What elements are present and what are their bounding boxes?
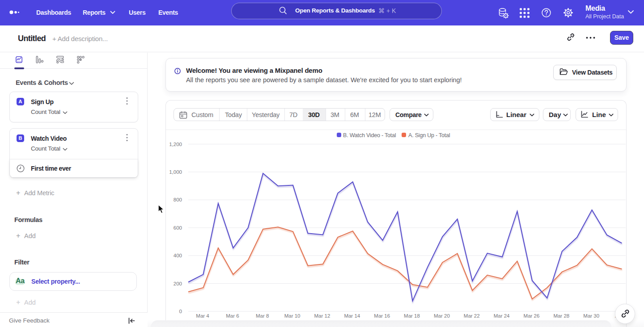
- svg-text:Mar 20: Mar 20: [434, 313, 450, 319]
- svg-text:Mar 18: Mar 18: [404, 313, 420, 319]
- svg-text:Mar 30: Mar 30: [583, 313, 599, 319]
- svg-text:Mar 26: Mar 26: [524, 313, 540, 319]
- svg-text:Mar 24: Mar 24: [494, 313, 510, 319]
- svg-text:1,200: 1,200: [169, 142, 182, 147]
- svg-text:0: 0: [179, 309, 182, 314]
- svg-text:Mar 6: Mar 6: [226, 313, 239, 319]
- svg-text:Mar 10: Mar 10: [284, 313, 301, 319]
- svg-text:400: 400: [174, 253, 182, 258]
- svg-text:Mar 4: Mar 4: [196, 313, 209, 319]
- svg-text:200: 200: [174, 281, 182, 286]
- svg-text:1,000: 1,000: [169, 169, 182, 175]
- svg-text:Mar 28: Mar 28: [553, 313, 569, 319]
- svg-text:800: 800: [174, 197, 182, 202]
- svg-text:Mar 14: Mar 14: [344, 313, 360, 319]
- svg-text:600: 600: [174, 225, 182, 231]
- svg-text:Mar 12: Mar 12: [314, 313, 330, 319]
- svg-text:Mar 16: Mar 16: [374, 313, 390, 319]
- svg-text:Mar 8: Mar 8: [256, 313, 269, 319]
- svg-text:Mar 22: Mar 22: [464, 313, 480, 319]
